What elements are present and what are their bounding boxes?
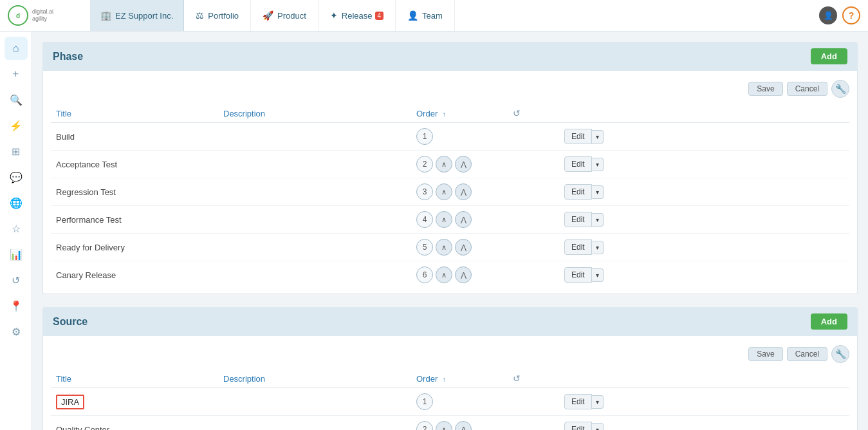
phase-edit-button[interactable]: Edit: [564, 129, 592, 144]
phase-row-desc: [218, 151, 411, 178]
order-up-button[interactable]: ∧: [436, 239, 452, 256]
sidebar-add[interactable]: +: [5, 62, 28, 86]
phase-edit-chevron[interactable]: ▾: [592, 241, 604, 254]
main-layout: ⌂ + 🔍 ⚡ ⊞ 💬 🌐 ☆ 📊 ↺ 📍 ⚙ Phase Add Save C…: [0, 32, 868, 430]
source-section: Source Add Save Cancel 🔧 Title: [42, 307, 858, 430]
order-top-button[interactable]: ⋀: [455, 156, 472, 173]
sidebar-activity[interactable]: ⚡: [5, 114, 28, 137]
sidebar-grid[interactable]: ⊞: [5, 140, 28, 163]
sidebar-search[interactable]: 🔍: [5, 88, 28, 111]
source-row-refresh: [508, 416, 559, 431]
phase-row-actions: Edit ▾: [559, 206, 849, 234]
sidebar-settings[interactable]: ⚙: [5, 320, 28, 343]
table-row: Quality Center 2 ∧ ⋀: [51, 416, 849, 431]
sidebar-star[interactable]: ☆: [5, 217, 28, 240]
order-top-button[interactable]: ⋀: [455, 266, 472, 283]
order-top-button[interactable]: ⋀: [455, 211, 472, 228]
source-edit-button[interactable]: Edit: [564, 394, 592, 409]
source-row-order: 2 ∧ ⋀: [411, 416, 508, 431]
phase-section: Phase Add Save Cancel 🔧 Title: [42, 42, 858, 294]
source-refresh-icon[interactable]: ↺: [513, 373, 521, 384]
phase-cancel-button[interactable]: Cancel: [787, 82, 827, 96]
source-col-title[interactable]: Title: [51, 369, 218, 388]
top-navigation: d digital.ai agility 🏢 EZ Support Inc. ⚖…: [0, 0, 868, 32]
nav-product[interactable]: 🚀 Product: [251, 0, 319, 31]
source-add-button[interactable]: Add: [811, 313, 847, 330]
sidebar-chat[interactable]: 💬: [5, 165, 28, 189]
phase-title: Phase: [53, 51, 83, 62]
phase-edit-chevron[interactable]: ▾: [592, 213, 604, 227]
sidebar-globe[interactable]: 🌐: [5, 191, 28, 214]
phase-edit-chevron[interactable]: ▾: [592, 185, 604, 199]
source-edit-chevron[interactable]: ▾: [592, 423, 604, 431]
nav-team[interactable]: 👤 Team: [396, 0, 455, 31]
source-cancel-button[interactable]: Cancel: [787, 347, 827, 361]
team-icon: 👤: [407, 10, 418, 21]
order-sort-icon: ↑: [443, 111, 446, 118]
source-order-sort-icon: ↑: [443, 376, 446, 383]
source-edit-button[interactable]: Edit: [564, 422, 592, 430]
phase-edit-chevron[interactable]: ▾: [592, 158, 604, 171]
phase-row-actions: Edit ▾: [559, 178, 849, 206]
table-row: Canary Release 6 ∧ ⋀: [51, 261, 849, 289]
phase-add-button[interactable]: Add: [811, 48, 847, 64]
help-button[interactable]: ?: [842, 6, 860, 24]
source-save-button[interactable]: Save: [748, 347, 782, 361]
phase-edit-button[interactable]: Edit: [564, 184, 592, 200]
portfolio-icon: ⚖: [196, 10, 204, 21]
phase-edit-chevron[interactable]: ▾: [592, 130, 604, 144]
source-edit-chevron[interactable]: ▾: [592, 395, 604, 409]
order-up-button[interactable]: ∧: [436, 211, 452, 228]
table-row: Regression Test 3 ∧ ⋀: [51, 178, 849, 206]
nav-release[interactable]: ✦ Release 4: [319, 0, 396, 31]
sidebar: ⌂ + 🔍 ⚡ ⊞ 💬 🌐 ☆ 📊 ↺ 📍 ⚙: [0, 32, 32, 430]
order-badge: 1: [416, 128, 433, 145]
phase-edit-chevron[interactable]: ▾: [592, 268, 604, 282]
user-avatar[interactable]: 👤: [819, 6, 837, 24]
order-up-button[interactable]: ∧: [436, 421, 452, 430]
source-row-desc: [218, 388, 411, 416]
source-row-actions: Edit ▾: [559, 416, 849, 431]
phase-row-refresh: [508, 206, 559, 234]
source-row-desc: [218, 416, 411, 431]
phase-wrench-button[interactable]: 🔧: [831, 80, 849, 98]
source-col-order[interactable]: Order ↑: [411, 369, 508, 388]
phase-edit-button[interactable]: Edit: [564, 267, 592, 283]
phase-refresh-icon[interactable]: ↺: [513, 108, 521, 118]
order-badge: 4: [416, 211, 433, 228]
nav-portfolio[interactable]: ⚖ Portfolio: [184, 0, 251, 31]
order-top-button[interactable]: ⋀: [455, 421, 472, 430]
source-col-description[interactable]: Description: [218, 369, 411, 388]
source-title: Source: [53, 316, 88, 328]
phase-row-refresh: [508, 123, 559, 151]
phase-row-refresh: [508, 151, 559, 178]
org-selector[interactable]: 🏢 EZ Support Inc.: [90, 0, 184, 31]
order-badge: 3: [416, 183, 433, 200]
order-up-button[interactable]: ∧: [436, 183, 452, 200]
org-icon: 🏢: [100, 10, 111, 21]
phase-row-title: Regression Test: [51, 178, 218, 206]
order-up-button[interactable]: ∧: [436, 266, 452, 283]
phase-col-actions: [559, 104, 849, 123]
phase-col-order[interactable]: Order ↑: [411, 104, 508, 123]
sidebar-chart[interactable]: 📊: [5, 243, 28, 266]
phase-edit-button[interactable]: Edit: [564, 156, 592, 172]
source-wrench-button[interactable]: 🔧: [831, 345, 849, 363]
release-badge: 4: [375, 12, 384, 20]
sidebar-location[interactable]: 📍: [5, 294, 28, 317]
order-up-button[interactable]: ∧: [436, 156, 452, 173]
content-area: Phase Add Save Cancel 🔧 Title: [32, 32, 868, 430]
order-top-button[interactable]: ⋀: [455, 183, 472, 200]
jira-highlighted-cell: JIRA: [56, 395, 84, 409]
source-row-actions: Edit ▾: [559, 388, 849, 416]
phase-edit-button[interactable]: Edit: [564, 239, 592, 255]
order-top-button[interactable]: ⋀: [455, 239, 472, 256]
phase-row-desc: [218, 123, 411, 151]
phase-col-title[interactable]: Title: [51, 104, 218, 123]
phase-save-button[interactable]: Save: [748, 82, 782, 96]
sidebar-history[interactable]: ↺: [5, 268, 28, 292]
phase-row-desc: [218, 234, 411, 261]
sidebar-home[interactable]: ⌂: [5, 37, 28, 60]
phase-edit-button[interactable]: Edit: [564, 212, 592, 227]
phase-col-description[interactable]: Description: [218, 104, 411, 123]
